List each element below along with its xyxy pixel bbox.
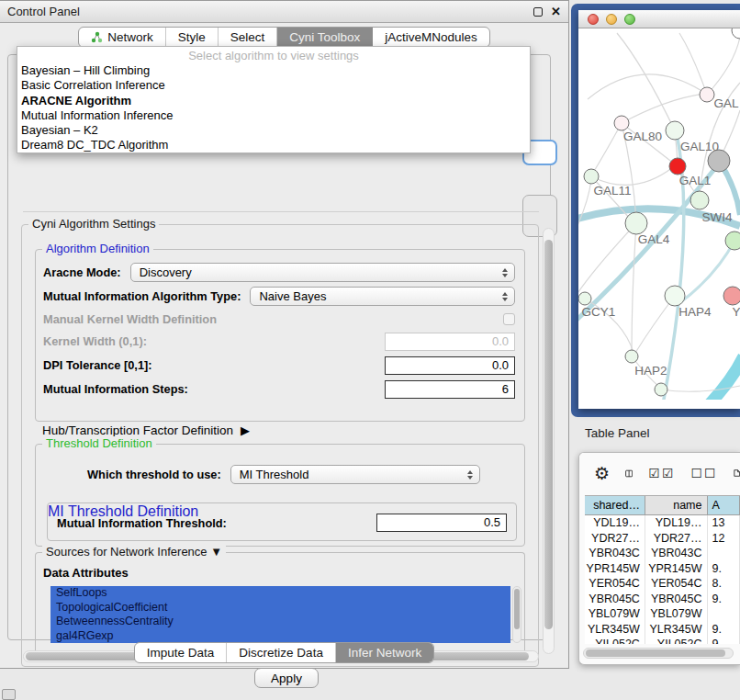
table-row[interactable]: YDR27…YDR27…12	[585, 531, 740, 547]
table-cell: YBR045C	[645, 592, 708, 607]
tab-infer-network[interactable]: Infer Network	[336, 643, 433, 662]
apply-button[interactable]: Apply	[254, 668, 319, 688]
network-node[interactable]	[669, 158, 686, 175]
algorithm-dropdown-popup: Select algorithm to view settings Bayesi…	[17, 46, 531, 153]
mi-steps-field[interactable]: 6	[385, 380, 515, 399]
network-node[interactable]	[666, 121, 684, 140]
float-panel-icon[interactable]	[533, 7, 543, 17]
table-cell: YDL19…	[645, 515, 708, 531]
table-row[interactable]: YBL079WYBL079W	[585, 606, 740, 622]
aracne-mode-select[interactable]: Discovery	[130, 263, 515, 282]
network-node[interactable]	[655, 383, 667, 396]
network-node[interactable]	[625, 212, 647, 234]
collapsed-panel-icon[interactable]	[2, 689, 16, 700]
tab-cyni-toolbox[interactable]: Cyni Toolbox	[277, 28, 373, 47]
tab-network[interactable]: Network	[79, 28, 166, 47]
attributes-scrollbar[interactable]	[512, 586, 521, 643]
network-node[interactable]	[725, 231, 740, 250]
export-table-icon[interactable]	[734, 464, 740, 482]
algorithm-option[interactable]: ARACNE Algorithm	[17, 94, 530, 108]
tab-label: Infer Network	[348, 646, 421, 660]
which-threshold-select[interactable]: MI Threshold	[230, 465, 480, 484]
column-header-name[interactable]: name	[645, 496, 708, 514]
minimize-window-icon[interactable]	[606, 14, 617, 25]
network-node[interactable]	[665, 286, 685, 306]
table-cell: YER054C	[645, 576, 708, 592]
data-attributes-list[interactable]: SelfLoopsTopologicalCoefficientBetweenne…	[50, 586, 510, 643]
column-header-partial[interactable]: A	[708, 496, 740, 514]
table-cell: YBR043C	[585, 546, 645, 561]
network-node[interactable]	[584, 169, 599, 184]
manual-kernel-checkbox[interactable]	[503, 313, 515, 325]
tab-style[interactable]: Style	[166, 28, 219, 47]
gear-icon[interactable]: ⚙	[594, 465, 610, 482]
attribute-list-item[interactable]: gal4RGexp	[50, 629, 510, 644]
network-node[interactable]	[690, 191, 709, 209]
close-window-icon[interactable]	[588, 14, 599, 25]
algorithm-option[interactable]: Basic Correlation Inference	[17, 78, 530, 93]
aracne-mode-label: Aracne Mode:	[43, 265, 121, 279]
network-node[interactable]	[578, 292, 591, 305]
network-node[interactable]	[723, 287, 740, 305]
zoom-window-icon[interactable]	[624, 14, 635, 25]
mi-type-label: Mutual Information Algorithm Type:	[43, 289, 241, 303]
network-node-label: GAL11	[593, 184, 631, 198]
table-cell	[708, 606, 740, 622]
dpi-tolerance-field[interactable]: 0.0	[385, 356, 515, 375]
algorithm-definition-legend: Algorithm Definition	[42, 242, 153, 255]
table-row[interactable]: YLR345WYLR345W9.	[585, 622, 740, 638]
hub-definition-toggle[interactable]: Hub/Transcription Factor Definition ▶	[42, 423, 250, 437]
table-cell: YIL052C	[645, 637, 708, 644]
network-node[interactable]	[700, 87, 714, 102]
algorithm-option[interactable]: Bayesian – Hill Climbing	[17, 63, 530, 78]
network-node-label: HAP2	[634, 364, 667, 378]
which-threshold-label: Which threshold to use:	[87, 468, 221, 481]
network-node-label: GAL1	[679, 174, 712, 187]
mi-algorithm-type-select[interactable]: Naive Bayes	[250, 287, 515, 306]
network-node[interactable]	[708, 150, 730, 172]
sources-legend-label: Sources for Network Inference	[46, 545, 207, 559]
select-all-icon[interactable]: ☑☑	[648, 466, 675, 480]
attribute-list-item[interactable]: BetweennessCentrality	[50, 615, 510, 629]
algorithm-option[interactable]: Mutual Information Inference	[17, 108, 530, 123]
table-row[interactable]: YIL052CYIL052C9.	[585, 637, 740, 644]
tab-select[interactable]: Select	[219, 28, 278, 47]
table-cell: 13	[708, 515, 740, 531]
network-node[interactable]	[625, 350, 638, 363]
columns-icon[interactable]	[625, 465, 633, 482]
table-cell: YBR045C	[585, 592, 645, 607]
network-node[interactable]	[732, 28, 740, 39]
tab-impute-data[interactable]: Impute Data	[135, 643, 228, 662]
algorithm-dropdown-list: Bayesian – Hill ClimbingBasic Correlatio…	[17, 63, 530, 153]
table-cell: YPR145W	[585, 561, 645, 577]
network-canvas[interactable]: GALGAL80GAL10GAL1GAL11SWI4GAL4GCY1HAP4YH…	[578, 28, 740, 400]
table-row[interactable]: YBR043CYBR043C	[585, 546, 740, 561]
tab-discretize-data[interactable]: Discretize Data	[227, 643, 336, 662]
kernel-width-field[interactable]: 0.0	[385, 333, 515, 351]
table-row[interactable]: YER054CYER054C8.	[585, 576, 740, 592]
table-row[interactable]: YPR145WYPR145W9.	[585, 561, 740, 577]
tab-label: Discretize Data	[239, 646, 323, 660]
algorithm-option[interactable]: Dream8 DC_TDC Algorithm	[17, 138, 530, 152]
network-node-label: Y	[732, 305, 740, 319]
algorithm-option[interactable]: Bayesian – K2	[17, 123, 530, 138]
table-cell: 9.	[708, 622, 740, 638]
sources-legend[interactable]: Sources for Network Inference ▼	[42, 545, 226, 559]
settings-vertical-scrollbar[interactable]	[543, 228, 555, 654]
network-node-label: HAP4	[678, 305, 712, 319]
table-horizontal-scrollbar[interactable]	[583, 648, 734, 659]
stepper-icon	[467, 470, 473, 480]
network-node[interactable]	[614, 116, 629, 130]
table-row[interactable]: YDL19…YDL19…13	[585, 515, 740, 531]
column-header-shared-name[interactable]: shared…	[585, 496, 645, 514]
tab-jactivemnodules[interactable]: jActiveMNodules	[373, 28, 489, 47]
table-row[interactable]: YBR045CYBR045C9.	[585, 592, 740, 607]
attribute-list-item[interactable]: SelfLoops	[50, 586, 510, 601]
close-icon[interactable]: ✕	[551, 7, 561, 17]
mi-threshold-field[interactable]: 0.5	[376, 514, 507, 532]
checked-box-icon: ☑	[648, 466, 662, 480]
deselect-all-icon[interactable]: ☐☐	[690, 466, 717, 480]
control-panel-tabbar: Network Style Select Cyni Toolbox jActiv…	[0, 27, 568, 48]
attribute-list-item[interactable]: TopologicalCoefficient	[50, 601, 510, 615]
checked-box-icon: ☑	[662, 466, 676, 480]
